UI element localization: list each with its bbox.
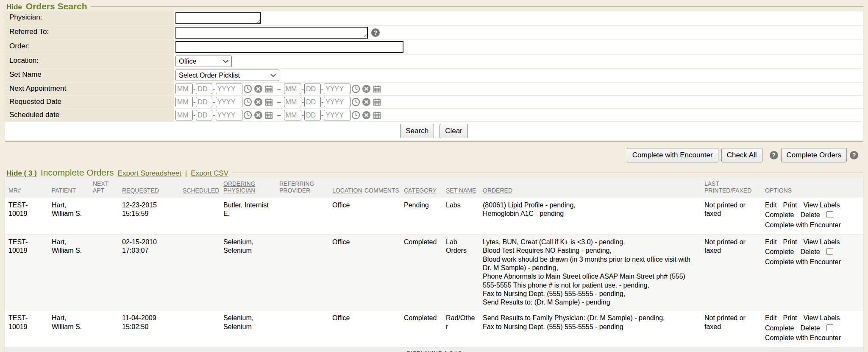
print-link[interactable]: Print xyxy=(783,314,797,321)
col-scheduled[interactable]: SCHEDULED xyxy=(179,178,220,198)
delete-link[interactable]: Delete xyxy=(800,248,820,255)
date-separator: - xyxy=(193,98,195,106)
edit-link[interactable]: Edit xyxy=(765,314,777,321)
next-appointment-from-day-input[interactable] xyxy=(196,84,212,94)
scheduled-date-from-year-input[interactable] xyxy=(216,110,242,120)
clear-date-icon[interactable] xyxy=(254,98,263,106)
options-line-3: Complete with Encounter xyxy=(765,221,860,229)
scheduled-date-to-day-input[interactable] xyxy=(304,110,321,120)
clock-icon[interactable] xyxy=(351,111,360,120)
view-labels-link[interactable]: View Labels xyxy=(803,201,840,209)
col-ordering-physician[interactable]: ORDERING PHYSICIAN xyxy=(220,178,276,198)
next-appointment-to-year-input[interactable] xyxy=(324,84,351,94)
next-appointment-from-year-input[interactable] xyxy=(216,84,242,94)
complete-link[interactable]: Complete xyxy=(765,324,794,332)
field-area-requested-date: --–-- xyxy=(174,96,863,108)
col-ordered[interactable]: ORDERED xyxy=(479,178,701,198)
referred-to-input[interactable] xyxy=(175,27,368,39)
complete-link[interactable]: Complete xyxy=(765,211,794,218)
cell-mr: TEST-10019 xyxy=(5,234,48,310)
ordered-item: (80061) Lipid Profile - pending, xyxy=(483,201,698,210)
clock-icon[interactable] xyxy=(243,111,252,120)
view-labels-link[interactable]: View Labels xyxy=(803,238,840,246)
complete-with-encounter-link[interactable]: Complete with Encounter xyxy=(765,334,841,341)
scheduled-date-from-day-input[interactable] xyxy=(196,110,212,120)
clear-date-icon[interactable] xyxy=(254,84,263,93)
col-label-ordered[interactable]: ORDERED xyxy=(483,187,512,194)
requested-date-from-month-input[interactable] xyxy=(175,97,193,107)
order-select-checkbox[interactable] xyxy=(826,248,833,255)
clear-date-icon[interactable] xyxy=(362,84,371,93)
scheduled-date-from-month-input[interactable] xyxy=(175,110,193,120)
edit-link[interactable]: Edit xyxy=(765,201,777,209)
physician-input[interactable] xyxy=(175,12,261,24)
set-name-select[interactable]: Select Order Picklist xyxy=(175,70,279,81)
help-icon[interactable]: ? xyxy=(371,28,380,37)
search-button[interactable]: Search xyxy=(400,124,434,138)
calendar-icon[interactable] xyxy=(264,98,273,106)
check-all-button[interactable]: Check All xyxy=(721,148,762,162)
col-label-scheduled[interactable]: SCHEDULED xyxy=(183,187,219,194)
export-spreadsheet-link[interactable]: Export Spreadsheet xyxy=(118,169,181,178)
calendar-icon[interactable] xyxy=(264,84,273,93)
requested-date-to-day-input[interactable] xyxy=(304,97,321,107)
col-label-location[interactable]: LOCATION xyxy=(332,187,362,194)
col-location[interactable]: LOCATION xyxy=(329,178,361,198)
calendar-icon[interactable] xyxy=(264,111,273,120)
view-labels-link[interactable]: View Labels xyxy=(803,314,840,321)
calendar-icon[interactable] xyxy=(373,111,381,120)
order-select-checkbox[interactable] xyxy=(826,324,833,331)
help-icon[interactable]: ? xyxy=(850,151,858,159)
complete-with-encounter-link[interactable]: Complete with Encounter xyxy=(765,221,841,229)
col-label-requested[interactable]: REQUESTED xyxy=(122,187,159,194)
order-select-checkbox[interactable] xyxy=(826,211,833,218)
hide-search-link[interactable]: Hide xyxy=(6,3,22,11)
print-link[interactable]: Print xyxy=(783,201,797,209)
date-range-separator: – xyxy=(277,98,281,106)
cell-ordering-physician: Selenium, Selenium xyxy=(220,310,276,347)
complete-with-encounter-button[interactable]: Complete with Encounter xyxy=(627,148,718,162)
next-appointment-to-day-input[interactable] xyxy=(304,84,321,94)
clock-icon[interactable] xyxy=(243,84,252,93)
clock-icon[interactable] xyxy=(351,98,360,106)
clear-date-icon[interactable] xyxy=(362,111,371,120)
col-label-set-name[interactable]: SET NAME xyxy=(446,187,476,194)
calendar-icon[interactable] xyxy=(373,84,381,93)
clear-date-icon[interactable] xyxy=(362,98,371,106)
clock-icon[interactable] xyxy=(243,98,252,106)
complete-with-encounter-link[interactable]: Complete with Encounter xyxy=(765,258,841,265)
next-appointment-to-month-input[interactable] xyxy=(284,84,301,94)
scheduled-date-to-year-input[interactable] xyxy=(324,110,351,120)
clock-icon[interactable] xyxy=(351,84,360,93)
col-category[interactable]: CATEGORY xyxy=(401,178,442,198)
col-label-ordering-physician[interactable]: ORDERING PHYSICIAN xyxy=(223,180,255,194)
col-requested[interactable]: REQUESTED xyxy=(119,178,179,198)
print-link[interactable]: Print xyxy=(783,238,797,246)
delete-link[interactable]: Delete xyxy=(800,324,820,332)
cell-scheduled xyxy=(179,310,220,347)
clear-button[interactable]: Clear xyxy=(440,124,468,138)
requested-date-to-year-input[interactable] xyxy=(324,97,351,107)
next-appointment-from-month-input[interactable] xyxy=(175,84,193,94)
clear-date-icon[interactable] xyxy=(254,111,263,120)
calendar-icon[interactable] xyxy=(373,98,381,106)
complete-orders-button[interactable]: Complete Orders xyxy=(781,148,847,162)
field-label-physician: Physician: xyxy=(5,11,174,25)
requested-date-to-month-input[interactable] xyxy=(284,97,301,107)
edit-link[interactable]: Edit xyxy=(765,238,777,246)
cell-requested: 11-04-2009 15:02:50 xyxy=(119,310,179,347)
hide-orders-link[interactable]: Hide ( 3 ) xyxy=(6,169,37,178)
col-set-name[interactable]: SET NAME xyxy=(442,178,479,198)
export-csv-link[interactable]: Export CSV xyxy=(191,169,228,178)
col-next-apt: NEXT APT xyxy=(89,178,119,198)
search-row-set-name: Set NameSelect Order Picklist xyxy=(5,69,863,82)
requested-date-from-day-input[interactable] xyxy=(196,97,212,107)
location-select[interactable]: Office xyxy=(175,56,232,67)
delete-link[interactable]: Delete xyxy=(800,211,820,218)
order-input[interactable] xyxy=(175,41,403,53)
help-icon[interactable]: ? xyxy=(770,151,778,159)
complete-link[interactable]: Complete xyxy=(765,248,794,255)
col-label-category[interactable]: CATEGORY xyxy=(404,187,437,194)
scheduled-date-to-month-input[interactable] xyxy=(284,110,301,120)
requested-date-from-year-input[interactable] xyxy=(216,97,242,107)
